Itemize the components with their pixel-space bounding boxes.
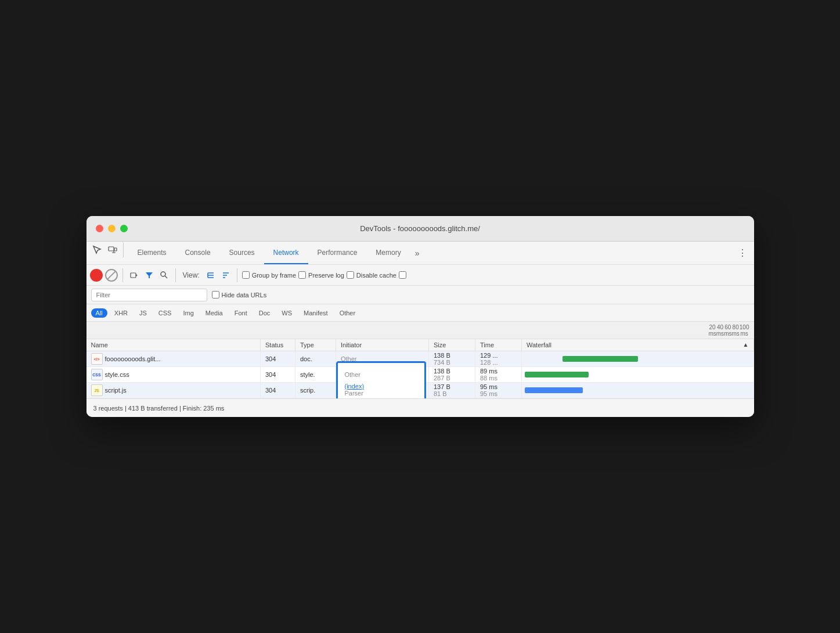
svg-marker-5 [136, 274, 138, 276]
col-header-size[interactable]: Size [429, 339, 475, 351]
network-main: Name Status Type Initiator Size [86, 339, 754, 398]
tab-memory[interactable]: Memory [366, 242, 410, 264]
initiator-other-text: Other [345, 371, 361, 378]
extra-input[interactable] [399, 271, 406, 279]
status-text: 3 requests | 413 B transferred | Finish:… [93, 405, 225, 412]
type-doc-button[interactable]: Doc [254, 308, 275, 318]
view-label: View: [183, 271, 200, 279]
disable-cache-checkbox[interactable]: Disable cache [347, 271, 396, 279]
window-title: DevTools - fooooooooods.glitch.me/ [360, 224, 480, 233]
cell-type-1: doc. [295, 351, 336, 367]
filter-input[interactable] [91, 289, 207, 301]
svg-rect-1 [114, 248, 117, 251]
svg-rect-0 [109, 247, 114, 251]
hide-data-urls-checkbox[interactable]: Hide data URLs [212, 291, 267, 298]
cell-name-1: </> fooooooooods.glit... [86, 351, 261, 367]
svg-point-7 [161, 272, 165, 276]
disable-cache-input[interactable] [347, 271, 354, 279]
ruler-100ms: 100 ms [740, 324, 749, 337]
group-by-frame-input[interactable] [242, 271, 250, 279]
ruler-20ms: 20 ms [708, 324, 716, 337]
separator-2 [175, 268, 176, 282]
tab-console[interactable]: Console [176, 242, 220, 264]
cell-type-2: style. [295, 367, 336, 383]
type-filters: All XHR JS CSS Img Media Font Doc WS Man… [86, 304, 754, 322]
waterfall-bar-2 [525, 372, 589, 377]
cell-waterfall-2 [522, 367, 754, 383]
type-js-button[interactable]: JS [135, 308, 152, 318]
inspect-icon[interactable] [89, 242, 105, 258]
type-manifest-button[interactable]: Manifest [299, 308, 333, 318]
cell-waterfall-1 [522, 351, 754, 367]
devtools-window: DevTools - fooooooooods.glitch.me/ Eleme… [86, 216, 754, 417]
tab-sources[interactable]: Sources [220, 242, 264, 264]
tab-elements[interactable]: Elements [128, 242, 176, 264]
file-icon-js: JS [91, 384, 103, 396]
tab-more-button[interactable]: » [410, 242, 424, 264]
ruler-40ms: 40 ms [716, 324, 724, 337]
preserve-log-checkbox[interactable]: Preserve log [298, 271, 344, 279]
col-header-time[interactable]: Time [475, 339, 522, 351]
table-header: Name Status Type Initiator Size [86, 339, 754, 351]
waterfall-bar-1 [563, 356, 638, 362]
search-icon[interactable] [158, 269, 171, 282]
filter-icon[interactable] [143, 269, 156, 282]
initiator-index-link-1[interactable]: (index) [345, 383, 365, 390]
clear-button[interactable] [105, 269, 118, 282]
status-bar: 3 requests | 413 B transferred | Finish:… [86, 398, 754, 417]
col-header-status[interactable]: Status [261, 339, 295, 351]
close-button[interactable] [96, 225, 103, 232]
cell-name-3: JS script.js [86, 383, 261, 398]
svg-rect-4 [131, 273, 136, 278]
hide-data-urls-input[interactable] [212, 291, 219, 298]
devtools-menu-button[interactable]: ⋮ [733, 242, 752, 264]
cell-waterfall-3 [522, 383, 754, 398]
video-icon[interactable] [128, 269, 140, 282]
initiator-overlay: Other (index) Parser (index) Parser [336, 361, 426, 398]
type-font-button[interactable]: Font [230, 308, 252, 318]
cell-status-3: 304 [261, 383, 295, 398]
filter-bar: Hide data URLs [86, 286, 754, 304]
timeline-header: 20 ms 40 ms 60 ms 80 ms 100 ms [86, 322, 754, 339]
record-button[interactable] [90, 269, 103, 282]
type-all-button[interactable]: All [91, 308, 107, 318]
tab-bar: Elements Console Sources Network Perform… [86, 242, 754, 265]
type-ws-button[interactable]: WS [277, 308, 297, 318]
preserve-log-input[interactable] [298, 271, 306, 279]
svg-line-8 [165, 276, 167, 278]
col-header-type[interactable]: Type [295, 339, 336, 351]
tab-network[interactable]: Network [264, 242, 308, 264]
minimize-button[interactable] [108, 225, 116, 232]
cell-name-2: CSS style.css [86, 367, 261, 383]
title-bar: DevTools - fooooooooods.glitch.me/ [86, 216, 754, 242]
cell-status-2: 304 [261, 367, 295, 383]
file-icon-css: CSS [91, 369, 103, 380]
initiator-row-1: Other [338, 369, 424, 380]
type-other-button[interactable]: Other [335, 308, 360, 318]
ruler-60ms: 60 ms [724, 324, 731, 337]
cell-status-1: 304 [261, 351, 295, 367]
timeline-ruler: 20 ms 40 ms 60 ms 80 ms 100 ms [708, 324, 749, 337]
svg-marker-6 [146, 272, 153, 278]
type-xhr-button[interactable]: XHR [110, 308, 132, 318]
device-icon[interactable] [107, 242, 124, 258]
group-by-frame-checkbox[interactable]: Group by frame [242, 271, 296, 279]
ruler-80ms: 80 ms [731, 324, 739, 337]
initiator-parser-1: Parser [345, 390, 363, 397]
tab-performance[interactable]: Performance [308, 242, 367, 264]
list-view-button[interactable] [204, 269, 217, 282]
maximize-button[interactable] [120, 225, 128, 232]
waterfall-bar-3 [525, 387, 583, 393]
type-img-button[interactable]: Img [178, 308, 198, 318]
col-header-name[interactable]: Name [86, 339, 261, 351]
cell-size-1: 138 B 734 B [429, 351, 475, 367]
type-media-button[interactable]: Media [201, 308, 228, 318]
col-header-initiator[interactable]: Initiator [336, 339, 429, 351]
cell-size-2: 138 B 287 B [429, 367, 475, 383]
col-header-waterfall[interactable]: Waterfall ▲ [522, 339, 754, 351]
extra-checkbox[interactable] [399, 271, 406, 279]
file-icon-html: </> [91, 353, 103, 365]
type-css-button[interactable]: CSS [154, 308, 176, 318]
waterfall-view-button[interactable] [219, 269, 232, 282]
cell-time-3: 95 ms 95 ms [475, 383, 522, 398]
